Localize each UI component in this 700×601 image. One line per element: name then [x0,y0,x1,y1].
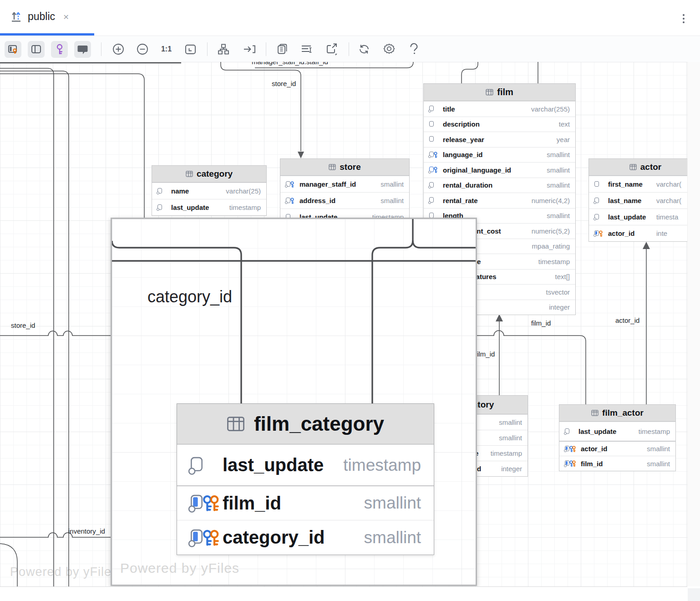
column-type: varchar(255) [531,105,570,113]
column-row[interactable]: title varchar(255) [424,101,575,117]
column-name: last_update [578,428,616,435]
column-type: timestamp [343,456,421,475]
column-icon [429,136,439,143]
column-type: smallint [547,212,570,219]
column-type: varchar(25) [226,187,261,195]
table-title: category [197,169,233,179]
column-row[interactable]: film_id smallint [559,456,675,471]
fit-content-button[interactable] [182,41,199,58]
fit-content-icon [184,44,197,55]
column-name: language_id [443,151,483,158]
table-film-category[interactable]: film_category last_update timestamp film… [177,403,434,555]
tab-bar: public × [0,0,700,36]
table-film-category-header[interactable]: film_category [177,404,434,444]
edge-label-film-id-inventory: film_id [475,350,495,358]
more-options-icon[interactable] [679,12,688,25]
column-type: year [557,136,570,143]
table-category[interactable]: category name varchar(25) last_update ti… [152,165,267,216]
table-category-header[interactable]: category [152,166,266,183]
table-store[interactable]: store manager_staff_id smallint address_… [280,158,410,225]
column-row[interactable]: release_year year [424,132,575,147]
toolbar-separator [101,42,101,56]
column-foreign-key-icon [429,166,439,173]
column-row[interactable]: actor_id inte [589,225,687,241]
toolbar-separator [266,42,266,56]
table-icon [186,171,193,177]
magnifier-overlay[interactable]: category_id Powered by yFiles film_categ… [111,218,477,586]
diagram-toolbar: 1:1 [0,36,700,63]
column-row[interactable]: film_id smallint [177,485,434,520]
zoom-out-button[interactable] [134,41,151,58]
show-keys-toggle-button[interactable] [51,41,68,58]
column-type: smallint [547,151,570,158]
zoom-in-icon [112,43,125,56]
diagram-canvas[interactable]: manager_staff_id.staff_id store_id store… [0,62,687,587]
refresh-diagram-button[interactable] [355,41,372,58]
export-diagram-button[interactable] [324,41,340,58]
table-actor-header[interactable]: actor [589,159,687,176]
help-button[interactable] [406,41,422,58]
column-row[interactable]: description text [424,117,575,132]
column-type: text[] [555,273,570,280]
column-row[interactable]: rental_duration smallint [424,178,575,193]
copy-diagram-button[interactable] [274,41,290,58]
column-row[interactable]: category_id smallint [177,520,434,555]
edge-label-manager-staff: manager_staff_id.staff_id [252,62,328,66]
column-primary-foreign-key-icon [190,528,220,548]
column-name: film_id [223,493,281,514]
actual-size-button[interactable]: 1:1 [158,41,175,58]
column-type: inte [656,229,667,237]
column-name: address_id [299,197,335,204]
column-nullable-icon [429,105,439,112]
tab-public[interactable]: public × [0,0,77,33]
column-row[interactable]: name varchar(25) [152,183,266,199]
edge-label-category-id-zoomed: category_id [147,287,232,306]
auto-layout-button[interactable] [215,41,232,58]
tab-close-icon[interactable]: × [63,11,69,22]
table-film-header[interactable]: film [424,84,575,101]
column-name: rental_rate [443,197,478,204]
show-comments-toggle-button[interactable] [74,41,91,58]
gear-icon [383,43,396,56]
column-row[interactable]: last_name varchar( [589,192,687,209]
column-row[interactable]: address_id smallint [280,192,409,209]
column-row[interactable]: rental_rate numeric(4,2) [424,193,575,208]
select-text-button[interactable] [299,41,315,58]
column-row[interactable]: last_update timestamp [152,199,266,215]
column-row[interactable]: last_update timestamp [177,444,434,485]
table-film-actor-header[interactable]: film_actor [559,405,675,422]
zoom-in-button[interactable] [110,41,127,58]
column-type: timestamp [639,428,670,435]
column-type: smallint [380,180,404,188]
column-name: actor_id [608,229,656,237]
column-name: film_id [581,460,603,468]
column-row[interactable]: language_id smallint [424,147,575,163]
edge-label-film-id-film-actor: film_id [531,319,551,327]
column-row[interactable]: first_name varchar( [589,176,687,192]
column-name: name [171,187,189,195]
column-row[interactable]: last_update timesta [589,209,687,225]
vertical-scrollbar[interactable] [687,62,700,586]
split-view-toggle-button[interactable] [28,41,45,58]
column-nullable-icon [565,428,575,435]
actual-size-label: 1:1 [161,45,172,53]
column-nullable-icon [157,188,167,195]
settings-button[interactable] [380,41,397,58]
column-row[interactable]: actor_id smallint [559,441,675,456]
key-icon [54,43,65,55]
column-row[interactable]: last_update timestamp [559,422,675,441]
column-type: smallint [547,166,570,174]
table-title: actor [640,162,661,172]
jump-to-source-button[interactable] [241,41,258,58]
table-details-toggle-button[interactable] [5,41,21,58]
table-actor[interactable]: actor first_name varchar( last_name varc… [588,158,687,242]
column-name: last_update [608,213,656,221]
column-nullable-icon [594,197,604,204]
table-store-header[interactable]: store [280,159,409,176]
column-foreign-key-icon [429,151,439,158]
table-film-actor[interactable]: film_actor last_update timestamp actor_i… [559,404,676,471]
column-row[interactable]: original_language_id smallint [424,162,575,178]
column-row[interactable]: manager_staff_id smallint [280,176,409,192]
horizontal-scrollbar[interactable] [0,587,687,601]
table-icon [486,89,493,96]
